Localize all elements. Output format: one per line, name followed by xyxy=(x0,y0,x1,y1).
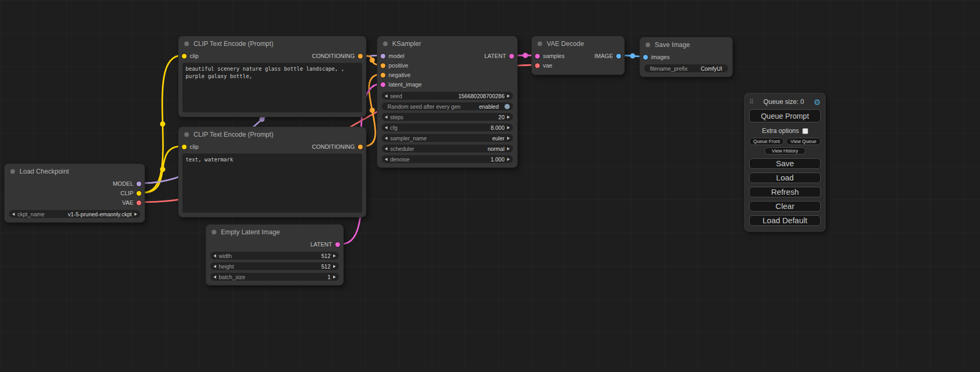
node-header[interactable]: Load Checkpoint xyxy=(5,164,144,179)
widget-label: sampler_name xyxy=(390,135,426,141)
stepper-right-icon[interactable] xyxy=(333,254,336,257)
stepper-left-icon[interactable] xyxy=(12,213,15,216)
stepper-right-icon[interactable] xyxy=(333,265,336,268)
widget-label: height xyxy=(219,263,234,270)
input-slot-latent-image: latent_image xyxy=(377,80,517,89)
stepper-right-icon[interactable] xyxy=(507,94,510,98)
node-clip-text-encode-negative[interactable]: CLIP Text Encode (Prompt) clip CONDITION… xyxy=(178,127,366,217)
load-default-button[interactable]: Load Default xyxy=(749,215,821,226)
save-button[interactable]: Save xyxy=(749,158,821,169)
stepper-right-icon[interactable] xyxy=(507,116,510,119)
node-header[interactable]: KSampler xyxy=(377,36,517,51)
collapse-dot-icon[interactable] xyxy=(10,169,15,174)
stepper-left-icon[interactable] xyxy=(385,158,387,161)
slot-dot-model[interactable] xyxy=(137,182,141,186)
widget-cfg[interactable]: cfg 8.000 xyxy=(382,123,513,131)
node-header[interactable]: Empty Latent Image xyxy=(206,225,343,240)
node-load-checkpoint[interactable]: Load Checkpoint MODEL CLIP VAE ckpt_name… xyxy=(4,164,145,223)
node-empty-latent-image[interactable]: Empty Latent Image LATENT width 512 heig… xyxy=(206,224,344,285)
node-clip-text-encode-positive[interactable]: CLIP Text Encode (Prompt) clip CONDITION… xyxy=(178,36,366,117)
node-header[interactable]: VAE Decode xyxy=(532,36,624,51)
node-title: CLIP Text Encode (Prompt) xyxy=(193,131,274,138)
slot-dot-conditioning[interactable] xyxy=(381,73,385,78)
output-slot-vae: VAE xyxy=(5,198,144,207)
widget-seed[interactable]: seed 156680208700286 xyxy=(382,92,513,100)
stepper-left-icon[interactable] xyxy=(214,254,216,257)
collapse-dot-icon[interactable] xyxy=(184,132,189,137)
widget-denoise[interactable]: denoise 1.000 xyxy=(382,155,513,163)
slot-dot-conditioning[interactable] xyxy=(381,63,385,68)
stepper-right-icon[interactable] xyxy=(507,158,510,161)
node-title: Load Checkpoint xyxy=(20,168,69,175)
collapse-dot-icon[interactable] xyxy=(184,41,189,46)
node-header[interactable]: Save Image xyxy=(640,37,732,52)
stepper-right-icon[interactable] xyxy=(134,213,137,216)
stepper-right-icon[interactable] xyxy=(507,147,510,150)
collapse-dot-icon[interactable] xyxy=(383,41,388,46)
toggle-knob-icon[interactable] xyxy=(504,104,510,109)
widget-width[interactable]: width 512 xyxy=(210,252,339,260)
widget-ckpt-name[interactable]: ckpt_name v1-5-pruned-emaonly.ckpt xyxy=(9,210,140,218)
slot-label: CONDITIONING xyxy=(312,53,355,59)
slot-label: VAE xyxy=(122,199,133,206)
positive-prompt-textarea[interactable]: beautiful scenery nature glass bottle la… xyxy=(182,63,362,112)
widget-sampler-name[interactable]: sampler_name euler xyxy=(382,134,513,142)
slot-dot-latent[interactable] xyxy=(535,54,540,59)
view-queue-button[interactable]: View Queue xyxy=(786,138,821,145)
slot-dot-latent[interactable] xyxy=(381,82,385,87)
stepper-left-icon[interactable] xyxy=(385,147,387,150)
collapse-dot-icon[interactable] xyxy=(537,41,542,46)
negative-prompt-textarea[interactable]: text, watermark xyxy=(182,154,362,213)
widget-batch-size[interactable]: batch_size 1 xyxy=(210,273,339,281)
stepper-right-icon[interactable] xyxy=(333,275,336,279)
collapse-dot-icon[interactable] xyxy=(645,42,651,47)
widget-scheduler[interactable]: scheduler normal xyxy=(382,145,513,152)
slot-dot-vae[interactable] xyxy=(535,63,540,68)
node-save-image[interactable]: Save Image images filename_prefix ComfyU… xyxy=(639,37,733,77)
view-history-button[interactable]: View History xyxy=(764,147,806,155)
stepper-left-icon[interactable] xyxy=(385,94,387,98)
clear-button[interactable]: Clear xyxy=(749,201,821,212)
node-header[interactable]: CLIP Text Encode (Prompt) xyxy=(179,127,366,142)
slot-dot-latent[interactable] xyxy=(509,54,514,59)
load-button[interactable]: Load xyxy=(749,173,821,183)
node-title: CLIP Text Encode (Prompt) xyxy=(193,40,274,47)
slot-dot-model[interactable] xyxy=(381,54,385,59)
queue-prompt-button[interactable]: Queue Prompt xyxy=(749,109,821,122)
stepper-left-icon[interactable] xyxy=(385,116,387,119)
queue-front-button[interactable]: Queue Front xyxy=(749,138,784,145)
widget-value: 20 xyxy=(498,114,504,120)
slot-dot-image[interactable] xyxy=(643,55,648,60)
stepper-left-icon[interactable] xyxy=(214,275,216,279)
slot-dot-image[interactable] xyxy=(616,54,621,59)
slot-dot-clip[interactable] xyxy=(182,54,187,59)
gear-icon[interactable]: ⚙ xyxy=(814,98,821,106)
node-ksampler[interactable]: KSampler model LATENT positive negative … xyxy=(377,36,518,168)
drag-handle-icon[interactable]: ⠿ xyxy=(749,98,754,106)
slot-dot-latent[interactable] xyxy=(335,242,340,247)
stepper-left-icon[interactable] xyxy=(385,137,387,140)
slot-dot-clip[interactable] xyxy=(182,145,187,149)
slot-dot-conditioning[interactable] xyxy=(358,145,363,149)
collapse-dot-icon[interactable] xyxy=(211,230,217,235)
stepper-right-icon[interactable] xyxy=(507,137,510,140)
slot-dot-conditioning[interactable] xyxy=(358,54,363,59)
widget-value: 156680208700286 xyxy=(458,93,504,99)
widget-height[interactable]: height 512 xyxy=(210,262,339,270)
slot-dot-vae[interactable] xyxy=(137,201,141,205)
extra-options-checkbox[interactable] xyxy=(802,128,808,134)
stepper-left-icon[interactable] xyxy=(385,126,387,129)
stepper-left-icon[interactable] xyxy=(214,265,216,268)
widget-filename-prefix[interactable]: filename_prefix ComfyUI xyxy=(644,64,728,72)
node-vae-decode[interactable]: VAE Decode samples IMAGE vae xyxy=(531,36,625,75)
node-header[interactable]: CLIP Text Encode (Prompt) xyxy=(179,36,366,51)
refresh-button[interactable]: Refresh xyxy=(749,187,821,197)
widget-label: cfg xyxy=(390,125,397,131)
widget-label: filename_prefix xyxy=(650,65,687,72)
stepper-right-icon[interactable] xyxy=(507,126,510,129)
widget-steps[interactable]: steps 20 xyxy=(382,113,513,121)
slot-dot-clip[interactable] xyxy=(137,191,141,196)
widget-random-seed-toggle[interactable]: Random seed after every gen enabled xyxy=(382,102,513,110)
widget-label: width xyxy=(219,253,232,259)
link-midpoint-dot xyxy=(160,121,166,127)
